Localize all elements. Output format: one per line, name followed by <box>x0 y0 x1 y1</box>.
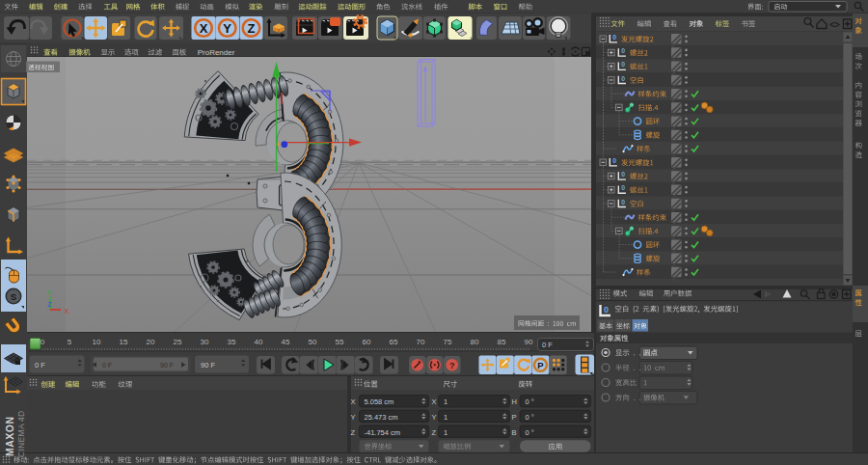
svg-text:0: 0 <box>621 199 625 205</box>
svg-text:CINEMA 4D: CINEMA 4D <box>16 410 26 457</box>
svg-text:H: H <box>512 397 517 406</box>
svg-text:-41.754 cm: -41.754 cm <box>365 428 401 437</box>
svg-text:0: 0 <box>621 61 625 68</box>
svg-text:90: 90 <box>525 338 533 346</box>
svg-text:0: 0 <box>41 338 45 346</box>
svg-text:70: 70 <box>417 338 425 346</box>
svg-text:1: 1 <box>444 428 448 437</box>
svg-text:0: 0 <box>612 34 616 41</box>
svg-text:5.058 cm: 5.058 cm <box>365 397 394 406</box>
svg-text:35: 35 <box>228 338 236 346</box>
svg-text:0: 0 <box>612 157 616 164</box>
svg-text:80: 80 <box>471 338 479 346</box>
svg-text:50: 50 <box>309 338 317 346</box>
svg-text:0: 0 <box>621 75 625 82</box>
svg-text:45: 45 <box>282 338 290 346</box>
svg-text:Z: Z <box>47 300 52 309</box>
svg-text:90 F: 90 F <box>160 362 174 369</box>
svg-text:90 F: 90 F <box>201 361 215 369</box>
svg-text:P: P <box>512 413 517 422</box>
svg-text:0 °: 0 ° <box>526 397 534 406</box>
svg-text:MAXON: MAXON <box>4 416 15 456</box>
svg-text:40: 40 <box>255 338 263 346</box>
svg-text:S: S <box>11 291 16 302</box>
svg-text:B: B <box>512 428 517 437</box>
svg-text:10: 10 <box>93 338 101 346</box>
svg-text:0 °: 0 ° <box>526 428 534 437</box>
svg-text:0 F: 0 F <box>102 362 112 369</box>
svg-text:5: 5 <box>68 338 72 346</box>
svg-text:85: 85 <box>498 338 506 346</box>
svg-text:Z: Z <box>351 428 356 437</box>
svg-text:X: X <box>351 397 356 406</box>
svg-text:Y: Y <box>351 413 356 422</box>
svg-text:25.473 cm: 25.473 cm <box>365 413 398 422</box>
svg-text:Z: Z <box>432 428 437 437</box>
svg-text:X: X <box>432 397 437 406</box>
svg-text:0: 0 <box>621 184 625 191</box>
svg-text:25: 25 <box>174 338 182 346</box>
svg-text:X: X <box>65 307 69 315</box>
svg-text:ProRender: ProRender <box>198 48 235 57</box>
svg-text:0: 0 <box>604 305 609 315</box>
svg-text:0 F: 0 F <box>35 361 45 369</box>
svg-text:X: X <box>200 21 208 36</box>
svg-text:0: 0 <box>621 47 625 54</box>
svg-text:?: ? <box>449 361 455 370</box>
svg-text:65: 65 <box>390 338 398 346</box>
svg-text:1: 1 <box>444 413 448 422</box>
svg-text:0 F: 0 F <box>542 341 553 349</box>
svg-text:P: P <box>537 360 544 370</box>
svg-text:30: 30 <box>201 338 209 346</box>
svg-text:20: 20 <box>147 338 155 346</box>
svg-text:Y: Y <box>432 413 437 422</box>
svg-text:15: 15 <box>120 338 128 346</box>
svg-text:0: 0 <box>621 171 625 178</box>
svg-text:1: 1 <box>444 397 448 406</box>
svg-text:Z: Z <box>248 21 256 36</box>
svg-text:Y: Y <box>47 288 52 297</box>
svg-text:60: 60 <box>363 338 371 346</box>
svg-text:0 °: 0 ° <box>526 413 534 422</box>
svg-text:Y: Y <box>223 21 231 36</box>
svg-text:55: 55 <box>336 338 344 346</box>
svg-text:75: 75 <box>444 338 452 346</box>
